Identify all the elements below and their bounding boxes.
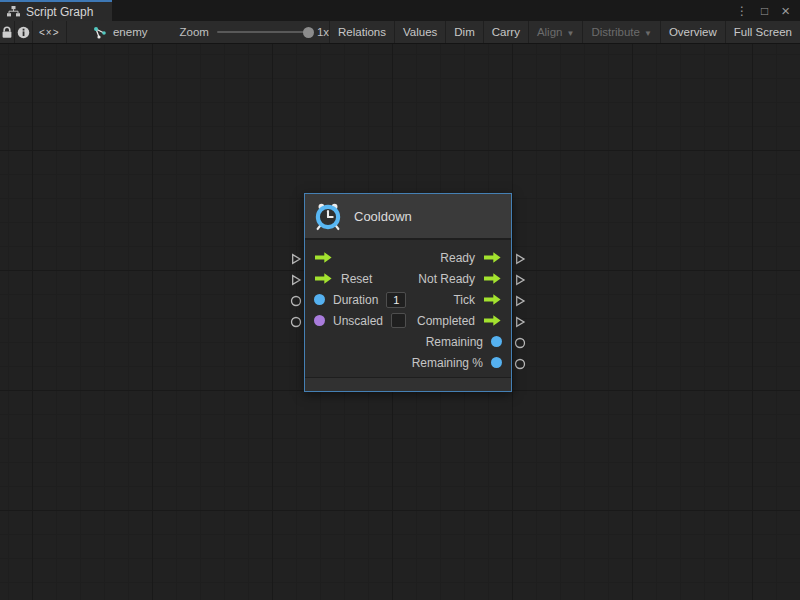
flow-input-port-marker[interactable] — [290, 272, 302, 284]
value-input-port-marker[interactable] — [290, 314, 302, 326]
flow-input-port[interactable]: Reset — [314, 272, 372, 286]
title-bar-spacer — [112, 0, 736, 21]
flow-arrow-icon — [483, 314, 502, 327]
zoom-control: Zoom 1x — [179, 21, 329, 43]
align-button: Align ▼ — [528, 21, 583, 43]
node-body: Ready Reset — [305, 240, 511, 377]
port-row: Reset Not Ready — [305, 268, 511, 289]
flow-output-port[interactable]: Not Ready — [418, 272, 502, 286]
port-label: Reset — [341, 272, 372, 286]
relations-button[interactable]: Relations — [329, 21, 394, 43]
carry-button[interactable]: Carry — [483, 21, 528, 43]
cooldown-node[interactable]: Cooldown Ready — [304, 193, 512, 392]
tab-script-graph[interactable]: Script Graph — [0, 0, 112, 21]
value-output-port-marker[interactable] — [514, 335, 526, 347]
graph-toolbar: <×> enemy Zoom 1x Relations Values — [0, 21, 800, 44]
value-input-port[interactable]: Unscaled — [314, 313, 406, 328]
node-footer — [305, 377, 511, 391]
port-label: Unscaled — [333, 314, 383, 328]
flow-output-port[interactable]: Tick — [453, 293, 502, 307]
flow-arrow-icon — [483, 272, 502, 285]
value-output-port[interactable]: Remaining % — [412, 356, 502, 370]
port-row: Duration Tick — [305, 289, 511, 310]
port-row: Unscaled Completed — [305, 310, 511, 331]
chevron-down-icon: ▼ — [566, 29, 574, 38]
port-label: Not Ready — [418, 272, 475, 286]
dim-button[interactable]: Dim — [445, 21, 482, 43]
distribute-button: Distribute ▼ — [582, 21, 660, 43]
info-button[interactable] — [15, 21, 33, 43]
window-menu-icon[interactable]: ⋮ — [736, 5, 748, 17]
lock-icon — [1, 26, 13, 39]
port-label: Tick — [453, 293, 475, 307]
flow-output-port[interactable]: Ready — [440, 251, 502, 265]
tab-title: Script Graph — [26, 5, 93, 19]
close-icon[interactable]: × — [781, 3, 790, 18]
value-port-dot — [314, 315, 325, 326]
script-graph-window: Script Graph ⋮ □ × — [0, 0, 800, 600]
full-screen-button[interactable]: Full Screen — [725, 21, 800, 43]
node-header[interactable]: Cooldown — [305, 194, 511, 240]
zoom-label: Zoom — [179, 26, 208, 38]
flow-arrow-icon — [314, 272, 333, 285]
lock-button[interactable] — [0, 21, 15, 43]
value-port-dot — [314, 294, 325, 305]
toolbar-right-group: Relations Values Dim Carry Align ▼ Distr… — [329, 21, 800, 43]
flow-output-port-marker[interactable] — [514, 251, 526, 263]
graph-canvas[interactable]: Cooldown Ready — [0, 44, 800, 600]
value-input-port-marker[interactable] — [290, 293, 302, 305]
port-label: Completed — [417, 314, 475, 328]
disconnect-icon: <×> — [39, 27, 60, 38]
port-row: Remaining % — [305, 352, 511, 373]
port-label: Duration — [333, 293, 378, 307]
flow-arrow-icon — [314, 251, 333, 264]
flow-input-port[interactable] — [314, 251, 333, 264]
port-label: Remaining — [426, 335, 483, 349]
disconnect-button[interactable]: <×> — [33, 21, 67, 43]
window-controls: ⋮ □ × — [736, 0, 800, 21]
value-output-port[interactable]: Remaining — [426, 335, 502, 349]
flow-arrow-icon — [483, 293, 502, 306]
node-title: Cooldown — [354, 209, 412, 224]
maximize-icon[interactable]: □ — [761, 5, 768, 17]
port-row: Remaining — [305, 331, 511, 352]
values-button[interactable]: Values — [394, 21, 445, 43]
info-icon — [17, 26, 30, 39]
flow-output-port-marker[interactable] — [514, 293, 526, 305]
title-bar: Script Graph ⋮ □ × — [0, 0, 800, 21]
unscaled-checkbox[interactable] — [391, 313, 406, 328]
value-port-dot — [491, 357, 502, 368]
flow-arrow-icon — [483, 251, 502, 264]
value-port-dot — [491, 336, 502, 347]
graph-hierarchy-icon — [7, 6, 20, 17]
flow-input-port-marker[interactable] — [290, 251, 302, 263]
zoom-slider-handle[interactable] — [303, 27, 314, 38]
value-output-port-marker[interactable] — [514, 356, 526, 368]
port-row: Ready — [305, 247, 511, 268]
alarm-clock-icon — [313, 201, 343, 231]
port-label: Remaining % — [412, 356, 483, 370]
zoom-value: 1x — [317, 26, 329, 38]
graph-reference-label: enemy — [113, 26, 148, 38]
port-label: Ready — [440, 251, 475, 265]
graph-reference[interactable]: enemy — [93, 21, 148, 43]
zoom-slider[interactable] — [217, 31, 309, 33]
overview-button[interactable]: Overview — [660, 21, 725, 43]
flow-output-port-marker[interactable] — [514, 272, 526, 284]
flow-output-port-marker[interactable] — [514, 314, 526, 326]
flow-output-port[interactable]: Completed — [417, 314, 502, 328]
script-graph-asset-icon — [93, 26, 107, 39]
chevron-down-icon: ▼ — [644, 29, 652, 38]
value-input-port[interactable]: Duration — [314, 292, 406, 308]
cooldown-node-region: Cooldown Ready — [283, 193, 533, 391]
duration-input[interactable] — [386, 292, 406, 308]
